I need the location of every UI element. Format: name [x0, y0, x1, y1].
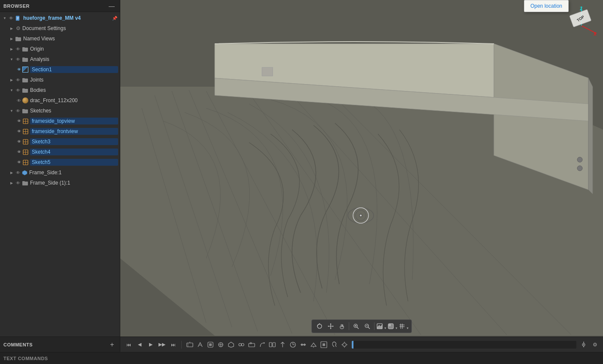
tree-item-frameside-topview[interactable]: 👁 frameside_topview: [0, 116, 120, 126]
section1-visibility-icon[interactable]: 👁: [15, 66, 22, 73]
frameside-frontview-visibility-icon[interactable]: 👁: [15, 128, 22, 135]
anim-sep-1: [181, 341, 182, 349]
tree-item-analysis[interactable]: ▼ 👁 Analysis: [0, 54, 120, 64]
tree-item-joints[interactable]: ▶ 👁 Joints: [0, 75, 120, 85]
animation-settings-button[interactable]: ⚙: [590, 340, 600, 349]
anim-tool-10[interactable]: [278, 340, 287, 349]
sketch4-label: Sketch4: [30, 149, 118, 155]
tree-item-section1[interactable]: 👁 Section1: [0, 64, 120, 75]
anim-tool-9[interactable]: [268, 340, 277, 349]
anim-tool-2[interactable]: [195, 340, 205, 349]
comments-add-button[interactable]: +: [108, 340, 116, 349]
tree-item-document-settings[interactable]: ▶ ⚙ Document Settings: [0, 23, 120, 33]
anim-tool-11[interactable]: [288, 340, 298, 349]
pan-tool-button[interactable]: [326, 321, 336, 331]
anim-tool-16[interactable]: [340, 340, 349, 349]
frame-side-1-1-folder-icon: [21, 179, 28, 186]
origin-label: Origin: [30, 46, 118, 52]
analysis-visibility-icon[interactable]: 👁: [15, 56, 21, 63]
frame-side-1-visibility-icon[interactable]: 👁: [15, 169, 21, 176]
zoom-out-button[interactable]: [362, 321, 372, 331]
anim-tool-8[interactable]: [257, 340, 267, 349]
play-backward-button[interactable]: ◀: [135, 340, 144, 349]
tree-item-sketch5[interactable]: 👁 Sketch5: [0, 157, 120, 167]
sidebar-header: BROWSER —: [0, 0, 120, 12]
tree-root-item[interactable]: ▼ 👁 hueforge_frame_MM v4 📌: [0, 13, 120, 23]
frame-side-1-1-visibility-icon[interactable]: 👁: [15, 179, 21, 186]
tree-item-sketches[interactable]: ▼ 👁 Sketches: [0, 106, 120, 116]
frameside-topview-visibility-icon[interactable]: 👁: [15, 118, 22, 124]
grid-button[interactable]: [399, 321, 409, 331]
tree-item-bodies[interactable]: ▼ 👁 Bodies: [0, 85, 120, 95]
sketch4-visibility-icon[interactable]: 👁: [15, 149, 22, 155]
origin-visibility-icon[interactable]: 👁: [15, 46, 21, 52]
analysis-chevron: ▼: [9, 56, 15, 62]
gear-icon: ⚙: [15, 25, 21, 32]
zoom-button[interactable]: [351, 321, 361, 331]
sidebar-tree: ▼ 👁 hueforge_frame_MM v4 📌 ▶ ⚙ Document …: [0, 12, 120, 337]
svg-rect-67: [187, 343, 193, 347]
svg-text:Z: Z: [580, 6, 582, 11]
svg-rect-83: [269, 343, 272, 347]
svg-marker-92: [323, 343, 325, 346]
anim-tool-3[interactable]: [206, 340, 215, 349]
anim-tool-5[interactable]: [226, 340, 236, 349]
svg-point-77: [239, 343, 241, 346]
frameside-frontview-label: frameside_frontview: [30, 128, 118, 135]
svg-marker-60: [377, 325, 382, 329]
play-button[interactable]: ▶: [146, 340, 155, 349]
origin-folder-icon: [21, 46, 28, 52]
svg-rect-2: [17, 18, 19, 18]
drac-front-label: drac_Front_112x200: [30, 97, 118, 103]
animation-timeline[interactable]: [352, 341, 576, 349]
tree-item-sketch4[interactable]: 👁 Sketch4: [0, 147, 120, 157]
sidebar-title: BROWSER: [3, 3, 30, 9]
view-cube[interactable]: Z X TOP: [564, 4, 599, 39]
go-to-start-button[interactable]: ⏮: [124, 340, 133, 349]
anim-tool-6[interactable]: [237, 340, 246, 349]
visual-style-button[interactable]: [387, 321, 398, 331]
tree-item-frame-side-1[interactable]: ▶ 👁 Frame_Side:1: [0, 167, 120, 178]
anim-tool-15[interactable]: [329, 340, 339, 349]
sidebar-collapse-button[interactable]: —: [107, 1, 116, 11]
sketch3-label: Sketch3: [30, 138, 118, 145]
anim-tool-12[interactable]: [298, 340, 308, 349]
vp-sep-1: [349, 322, 349, 330]
anim-tool-13[interactable]: [309, 340, 318, 349]
svg-line-57: [368, 327, 370, 329]
go-to-end-button[interactable]: ⏭: [168, 340, 178, 349]
anim-tool-4[interactable]: [216, 340, 225, 349]
frame-side-1-label: Frame_Side:1: [29, 170, 118, 176]
tree-item-named-views[interactable]: ▶ Named Views: [0, 33, 120, 44]
tree-item-frame-side-1-1[interactable]: ▶ 👁 Frame_Side (1):1: [0, 178, 120, 188]
tree-item-drac-front[interactable]: 👁 drac_Front_112x200: [0, 95, 120, 106]
sketch5-icon: [22, 159, 28, 165]
sketch3-visibility-icon[interactable]: 👁: [15, 138, 22, 145]
svg-point-78: [241, 343, 244, 346]
joints-visibility-icon[interactable]: 👁: [15, 76, 21, 83]
named-views-folder-icon: [15, 35, 21, 42]
frame-side-1-1-chevron: ▶: [9, 180, 15, 186]
hand-tool-button[interactable]: [337, 321, 347, 331]
anim-snap-button[interactable]: [579, 340, 588, 349]
root-visibility-icon[interactable]: 👁: [8, 15, 15, 21]
display-mode-button[interactable]: [376, 321, 387, 331]
anim-tool-14[interactable]: [319, 340, 329, 349]
tree-item-sketch3[interactable]: 👁 Sketch3: [0, 136, 120, 147]
root-pin-icon[interactable]: 📌: [111, 15, 118, 21]
orbit-tool-button[interactable]: [314, 321, 325, 331]
bodies-visibility-icon[interactable]: 👁: [15, 87, 21, 94]
tree-item-frameside-frontview[interactable]: 👁 frameside_frontview: [0, 126, 120, 136]
open-location-link[interactable]: Open location: [530, 3, 562, 9]
sketch5-visibility-icon[interactable]: 👁: [15, 159, 22, 166]
animation-tools: [185, 340, 588, 349]
anim-tool-7[interactable]: [247, 340, 256, 349]
sketches-visibility-icon[interactable]: 👁: [15, 107, 21, 114]
play-forward-button[interactable]: ▶▶: [157, 340, 167, 349]
comments-panel: COMMENTS +: [0, 337, 120, 352]
tree-item-origin[interactable]: ▶ 👁 Origin: [0, 44, 120, 54]
drac-front-visibility-icon[interactable]: 👁: [15, 97, 22, 104]
svg-rect-62: [388, 324, 391, 326]
model-viewport-svg: [120, 0, 603, 337]
anim-tool-1[interactable]: [185, 340, 195, 349]
